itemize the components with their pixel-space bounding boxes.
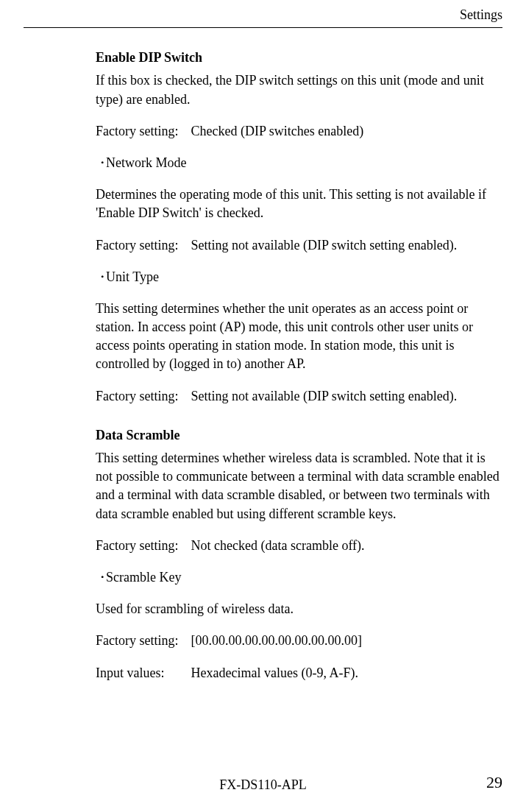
heading-data-scramble: Data Scramble	[96, 426, 502, 445]
content: Enable DIP Switch If this box is checked…	[0, 28, 526, 682]
factory-label: Factory setting:	[96, 122, 188, 141]
subheading-network-mode: ・Network Mode	[96, 154, 502, 172]
footer-page-number: 29	[486, 772, 502, 794]
body-enable-dip: If this box is checked, the DIP switch s…	[96, 71, 502, 108]
factory-network-mode: Factory setting: Setting not available (…	[96, 236, 502, 255]
factory-value: Checked (DIP switches enabled)	[191, 124, 364, 138]
heading-enable-dip: Enable DIP Switch	[96, 49, 502, 67]
body-unit-type: This setting determines whether the unit…	[96, 300, 502, 374]
header-title: Settings	[24, 6, 502, 24]
factory-value: Setting not available (DIP switch settin…	[191, 238, 458, 253]
factory-label: Factory setting:	[96, 236, 188, 255]
bullet-icon: ・	[96, 268, 106, 286]
factory-unit-type: Factory setting: Setting not available (…	[96, 387, 502, 406]
subheading-scramble-key: ・Scramble Key	[96, 568, 502, 587]
factory-enable-dip: Factory setting: Checked (DIP switches e…	[96, 122, 502, 141]
subheading-text: Unit Type	[106, 269, 159, 284]
factory-label: Factory setting:	[96, 632, 188, 650]
input-value: Hexadecimal values (0-9, A-F).	[191, 666, 358, 680]
page-footer: FX-DS110-APL 29	[0, 776, 526, 794]
factory-data-scramble: Factory setting: Not checked (data scram…	[96, 537, 502, 555]
bullet-icon: ・	[96, 568, 106, 587]
subheading-text: Scramble Key	[106, 570, 181, 585]
input-label: Input values:	[96, 664, 188, 682]
factory-value: Setting not available (DIP switch settin…	[191, 389, 458, 403]
body-network-mode: Determines the operating mode of this un…	[96, 186, 502, 222]
bullet-icon: ・	[96, 154, 106, 172]
factory-label: Factory setting:	[96, 387, 188, 406]
factory-value: [00.00.00.00.00.00.00.00.00.00]	[191, 633, 363, 648]
factory-value: Not checked (data scramble off).	[191, 538, 365, 553]
subheading-text: Network Mode	[106, 155, 186, 170]
spacer	[96, 419, 502, 426]
body-scramble-key: Used for scrambling of wireless data.	[96, 600, 502, 618]
subheading-unit-type: ・Unit Type	[96, 268, 502, 286]
factory-label: Factory setting:	[96, 537, 188, 555]
body-data-scramble: This setting determines whether wireless…	[96, 449, 502, 523]
footer-model: FX-DS110-APL	[24, 776, 502, 794]
page-header: Settings	[0, 0, 526, 28]
input-values-scramble-key: Input values: Hexadecimal values (0-9, A…	[96, 664, 502, 682]
factory-scramble-key: Factory setting: [00.00.00.00.00.00.00.0…	[96, 632, 502, 650]
